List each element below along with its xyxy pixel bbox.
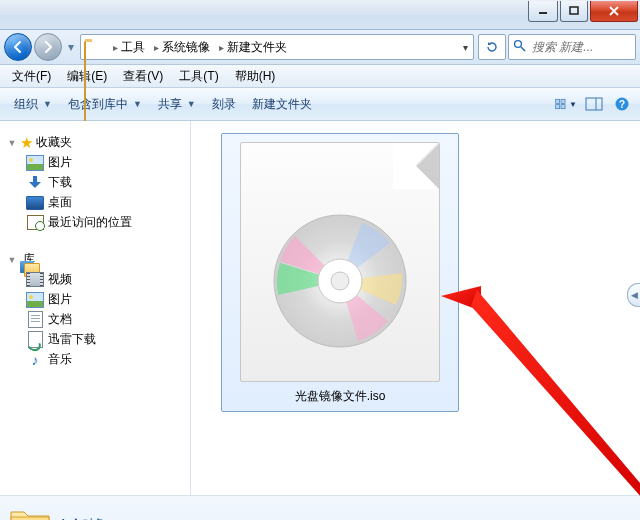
svg-rect-1	[570, 7, 578, 14]
menu-edit[interactable]: 编辑(E)	[59, 66, 115, 87]
sidebar-item-documents[interactable]: 文档	[26, 311, 188, 328]
burn-button[interactable]: 刻录	[204, 94, 244, 115]
maximize-button[interactable]	[560, 1, 588, 22]
breadcrumb[interactable]: ▸系统镜像	[147, 38, 212, 57]
svg-point-2	[515, 41, 522, 48]
sidebar-item-pictures-lib[interactable]: 图片	[26, 291, 188, 308]
explorer-body: ▼ ★ 收藏夹 图片 下载 桌面 最近访问的位置 ▼ 库 视频 图片 文档 迅雷…	[0, 121, 640, 495]
sidebar-group-favorites[interactable]: ▼ ★ 收藏夹	[6, 134, 188, 151]
sidebar-item-desktop[interactable]: 桌面	[26, 194, 188, 211]
sidebar-item-music[interactable]: ♪音乐	[26, 351, 188, 368]
menu-tools[interactable]: 工具(T)	[171, 66, 226, 87]
preview-pane-button[interactable]	[582, 92, 606, 116]
collapse-icon: ▼	[6, 255, 18, 265]
menu-file[interactable]: 文件(F)	[4, 66, 59, 87]
sidebar-group-libraries[interactable]: ▼ 库	[6, 251, 188, 268]
annotation-arrow	[441, 286, 640, 506]
new-folder-button[interactable]: 新建文件夹	[244, 94, 320, 115]
address-dropdown[interactable]: ▾	[463, 42, 470, 53]
collapse-icon: ▼	[6, 138, 18, 148]
pictures-icon	[26, 155, 44, 171]
menu-view[interactable]: 查看(V)	[115, 66, 171, 87]
file-thumbnail	[240, 142, 440, 382]
minimize-button[interactable]	[528, 1, 558, 22]
sidebar-group-label: 收藏夹	[36, 134, 72, 151]
address-bar-row: ▾ ▸工具 ▸系统镜像 ▸新建文件夹 ▾	[0, 30, 640, 65]
svg-rect-0	[539, 12, 547, 14]
share-button[interactable]: 共享▼	[150, 94, 204, 115]
documents-icon	[26, 312, 44, 328]
folder-icon	[8, 505, 52, 520]
back-button[interactable]	[4, 33, 32, 61]
file-name-label: 光盘镜像文件.iso	[228, 388, 452, 405]
command-bar: 组织▼ 包含到库中▼ 共享▼ 刻录 新建文件夹 ▼ ?	[0, 88, 640, 121]
svg-marker-16	[471, 290, 640, 506]
sidebar-item-videos[interactable]: 视频	[26, 271, 188, 288]
details-pane: 1 个对象	[0, 495, 640, 520]
videos-icon	[26, 272, 44, 288]
menu-bar: 文件(F) 编辑(E) 查看(V) 工具(T) 帮助(H)	[0, 65, 640, 88]
svg-text:?: ?	[619, 99, 625, 110]
sidebar-item-recent[interactable]: 最近访问的位置	[26, 214, 188, 231]
help-button[interactable]: ?	[610, 92, 634, 116]
search-icon	[513, 39, 526, 55]
address-bar[interactable]: ▸工具 ▸系统镜像 ▸新建文件夹 ▾	[80, 34, 474, 60]
crumb-label: 工具	[121, 39, 145, 56]
file-item[interactable]: 光盘镜像文件.iso	[221, 133, 459, 412]
explorer-window: ▾ ▸工具 ▸系统镜像 ▸新建文件夹 ▾ 文件(F) 编辑(E) 查看(V) 工…	[0, 0, 640, 520]
refresh-icon	[485, 40, 499, 54]
navigation-pane: ▼ ★ 收藏夹 图片 下载 桌面 最近访问的位置 ▼ 库 视频 图片 文档 迅雷…	[0, 121, 191, 495]
crumb-label: 系统镜像	[162, 39, 210, 56]
svg-point-14	[331, 272, 349, 290]
search-input[interactable]	[530, 39, 614, 55]
sidebar-item-pictures[interactable]: 图片	[26, 154, 188, 171]
file-list-pane[interactable]: 光盘镜像文件.iso ◀	[191, 121, 640, 495]
xunlei-icon	[26, 332, 44, 348]
desktop-icon	[26, 195, 44, 211]
sidebar-item-xunlei[interactable]: 迅雷下载	[26, 331, 188, 348]
svg-rect-8	[586, 98, 602, 110]
recent-places-icon	[26, 215, 44, 231]
pictures-icon	[26, 292, 44, 308]
title-bar	[0, 0, 640, 30]
change-view-button[interactable]: ▼	[554, 92, 578, 116]
disc-icon	[270, 211, 410, 351]
svg-rect-5	[561, 99, 565, 103]
breadcrumb[interactable]: ▸工具	[106, 38, 147, 57]
forward-button[interactable]	[34, 33, 62, 61]
breadcrumb[interactable]: ▸新建文件夹	[212, 38, 289, 57]
menu-help[interactable]: 帮助(H)	[227, 66, 284, 87]
star-icon: ★	[20, 135, 33, 150]
refresh-button[interactable]	[478, 34, 506, 60]
download-icon	[26, 175, 44, 191]
folder-icon	[84, 39, 102, 55]
music-icon: ♪	[26, 352, 44, 368]
history-dropdown[interactable]: ▾	[64, 34, 78, 60]
svg-line-3	[521, 47, 525, 51]
include-in-library-button[interactable]: 包含到库中▼	[60, 94, 150, 115]
svg-rect-4	[556, 99, 560, 103]
search-box[interactable]	[508, 34, 636, 60]
preview-expand-handle[interactable]: ◀	[627, 283, 640, 307]
svg-rect-6	[556, 105, 560, 109]
crumb-label: 新建文件夹	[227, 39, 287, 56]
details-summary: 1 个对象	[60, 516, 106, 521]
svg-rect-7	[561, 105, 565, 109]
close-button[interactable]	[590, 1, 638, 22]
organize-button[interactable]: 组织▼	[6, 94, 60, 115]
sidebar-item-downloads[interactable]: 下载	[26, 174, 188, 191]
